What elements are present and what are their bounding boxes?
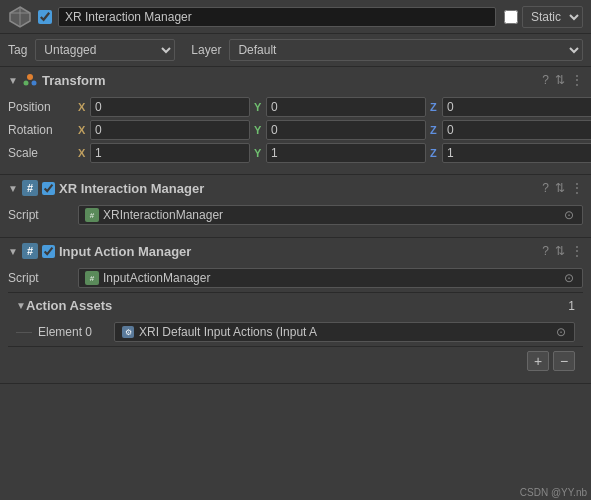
layer-dropdown[interactable]: Default [229, 39, 583, 61]
xr-im-section-actions: ? ⇅ ⋮ [542, 181, 583, 195]
scale-x-field: X [78, 143, 250, 163]
transform-section: ▼ Transform ? ⇅ ⋮ Position X Y [0, 67, 591, 175]
svg-point-5 [32, 81, 37, 86]
xr-im-more-icon[interactable]: ⋮ [571, 181, 583, 195]
iam-help-icon[interactable]: ? [542, 244, 549, 258]
header-bar: Static [0, 0, 591, 34]
scale-y-input[interactable] [266, 143, 426, 163]
action-assets-count: 1 [568, 299, 575, 313]
scale-row: Scale X Y Z [8, 143, 583, 163]
transform-more-icon[interactable]: ⋮ [571, 73, 583, 87]
iam-more-icon[interactable]: ⋮ [571, 244, 583, 258]
rotation-z-label: Z [430, 124, 440, 136]
position-y-field: Y [254, 97, 426, 117]
element-0-name: XRI Default Input Actions (Input A [139, 325, 317, 339]
tag-layer-row: Tag Untagged Layer Default [0, 34, 591, 67]
tag-dropdown[interactable]: Untagged [35, 39, 175, 61]
rotation-x-input[interactable] [90, 120, 250, 140]
input-action-manager-header[interactable]: ▼ # Input Action Manager ? ⇅ ⋮ [0, 238, 591, 264]
rotation-z-input[interactable] [442, 120, 591, 140]
xr-im-body: Script # XRInteractionManager ⊙ [0, 201, 591, 237]
transform-section-header[interactable]: ▼ Transform ? ⇅ ⋮ [0, 67, 591, 93]
iam-settings-icon[interactable]: ⇅ [555, 244, 565, 258]
xr-im-script-value: # XRInteractionManager ⊙ [78, 205, 583, 225]
watermark: CSDN @YY.nb [520, 487, 587, 498]
element-0-value: ⚙ XRI Default Input Actions (Input A ⊙ [114, 322, 575, 342]
iam-script-label: Script [8, 271, 78, 285]
rotation-x-label: X [78, 124, 88, 136]
iam-section-actions: ? ⇅ ⋮ [542, 244, 583, 258]
rotation-y-label: Y [254, 124, 264, 136]
cube-icon [8, 5, 32, 29]
xr-im-hash-icon: # [22, 180, 38, 196]
position-label: Position [8, 100, 78, 114]
xr-im-settings-icon[interactable]: ⇅ [555, 181, 565, 195]
iam-script-picker[interactable]: ⊙ [562, 271, 576, 285]
rotation-y-field: Y [254, 120, 426, 140]
xr-im-checkbox[interactable] [42, 182, 55, 195]
transform-collapse-arrow: ▼ [8, 75, 18, 85]
scale-z-label: Z [430, 147, 440, 159]
iam-title: Input Action Manager [59, 244, 538, 259]
position-z-input[interactable] [442, 97, 591, 117]
iam-checkbox[interactable] [42, 245, 55, 258]
static-area: Static [504, 6, 583, 28]
element-0-label: Element 0 [38, 325, 108, 339]
xr-interaction-manager-section: ▼ # XR Interaction Manager ? ⇅ ⋮ Script … [0, 175, 591, 238]
iam-collapse-arrow: ▼ [8, 246, 18, 256]
position-x-field: X [78, 97, 250, 117]
position-z-label: Z [430, 101, 440, 113]
scale-label: Scale [8, 146, 78, 160]
game-object-checkbox[interactable] [38, 10, 52, 24]
transform-icon [22, 72, 38, 88]
xr-im-script-row: Script # XRInteractionManager ⊙ [8, 205, 583, 225]
xr-im-script-name: XRInteractionManager [103, 208, 223, 222]
action-assets-header[interactable]: ▼ Action Assets 1 [8, 292, 583, 318]
scale-z-field: Z [430, 143, 591, 163]
iam-body: Script # InputActionManager ⊙ ▼ Action A… [0, 264, 591, 383]
element-0-icon: ⚙ [121, 325, 135, 339]
scale-x-label: X [78, 147, 88, 159]
transform-section-actions: ? ⇅ ⋮ [542, 73, 583, 87]
transform-settings-icon[interactable]: ⇅ [555, 73, 565, 87]
position-y-label: Y [254, 101, 264, 113]
bottom-bar: + − [8, 346, 583, 375]
remove-element-button[interactable]: − [553, 351, 575, 371]
rotation-z-field: Z [430, 120, 591, 140]
iam-script-value: # InputActionManager ⊙ [78, 268, 583, 288]
xr-interaction-manager-header[interactable]: ▼ # XR Interaction Manager ? ⇅ ⋮ [0, 175, 591, 201]
layer-label: Layer [191, 43, 221, 57]
scale-x-input[interactable] [90, 143, 250, 163]
action-assets-title: Action Assets [26, 298, 568, 313]
action-assets-arrow: ▼ [16, 301, 26, 311]
position-y-input[interactable] [266, 97, 426, 117]
scale-y-field: Y [254, 143, 426, 163]
position-xyz-group: X Y Z [78, 97, 591, 117]
static-checkbox[interactable] [504, 10, 518, 24]
add-element-button[interactable]: + [527, 351, 549, 371]
position-x-label: X [78, 101, 88, 113]
scale-z-input[interactable] [442, 143, 591, 163]
element-0-picker[interactable]: ⊙ [554, 325, 568, 339]
transform-title: Transform [42, 73, 538, 88]
xr-im-help-icon[interactable]: ? [542, 181, 549, 195]
xr-im-script-label: Script [8, 208, 78, 222]
rotation-label: Rotation [8, 123, 78, 137]
position-z-field: Z [430, 97, 591, 117]
rotation-row: Rotation X Y Z [8, 120, 583, 140]
element-0-row: Element 0 ⚙ XRI Default Input Actions (I… [8, 318, 583, 346]
xr-im-script-picker[interactable]: ⊙ [562, 208, 576, 222]
svg-text:⚙: ⚙ [125, 328, 132, 337]
iam-script-icon: # [85, 271, 99, 285]
iam-script-row: Script # InputActionManager ⊙ [8, 268, 583, 288]
rotation-y-input[interactable] [266, 120, 426, 140]
position-x-input[interactable] [90, 97, 250, 117]
transform-help-icon[interactable]: ? [542, 73, 549, 87]
iam-hash-icon: # [22, 243, 38, 259]
game-object-name-input[interactable] [58, 7, 496, 27]
iam-script-name: InputActionManager [103, 271, 210, 285]
static-dropdown[interactable]: Static [522, 6, 583, 28]
tag-label: Tag [8, 43, 27, 57]
scale-xyz-group: X Y Z [78, 143, 591, 163]
transform-fields: Position X Y Z Rotation [0, 93, 591, 174]
